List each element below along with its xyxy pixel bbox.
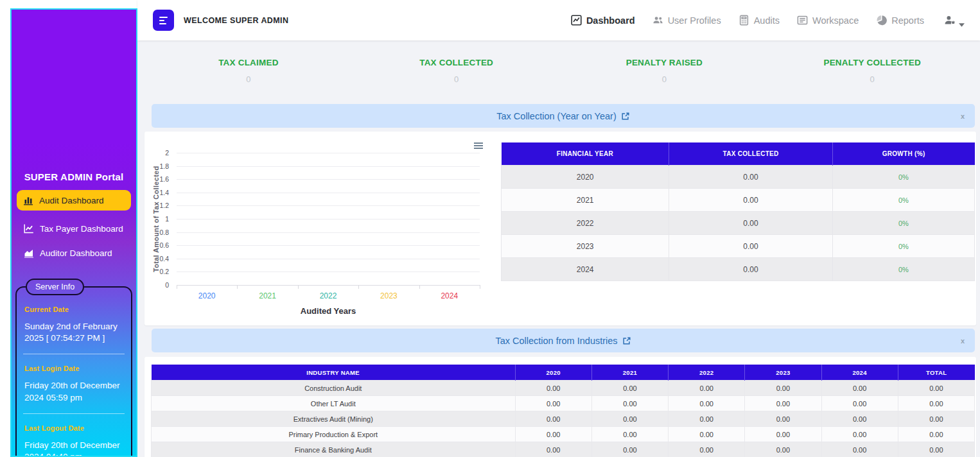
table-row: 2024 0.00 0%	[502, 258, 975, 281]
panel-title: Tax Collection (Year on Year)	[496, 111, 616, 121]
industry-name-cell: Primary Production & Export	[152, 427, 516, 442]
table-row: Finance & Banking Audit0.000.000.000.000…	[152, 442, 975, 457]
top-navigation: Dashboard User Profiles Audits Workspace…	[571, 15, 965, 26]
users-icon	[652, 15, 663, 26]
value-cell: 0.00	[515, 442, 591, 457]
sidebar-toggle-button[interactable]	[153, 10, 174, 31]
value-cell: 0.00	[898, 396, 974, 411]
x-axis-label: 2023	[366, 291, 411, 300]
sidebar-item-tax-payer-dashboard[interactable]: Tax Payer Dashboard	[18, 220, 130, 237]
value-cell: 0.00	[591, 396, 668, 411]
gridline	[177, 272, 480, 272]
value-cell: 0.00	[898, 381, 974, 396]
gridline	[177, 259, 480, 259]
value-cell: 0.00	[669, 381, 745, 396]
line-chart-icon	[24, 223, 34, 234]
value-cell: 0.00	[515, 427, 591, 442]
value-cell: 0.00	[515, 396, 591, 411]
nav-item-reports[interactable]: Reports	[876, 15, 924, 26]
user-menu[interactable]	[944, 15, 965, 26]
table-row: 2023 0.00 0%	[502, 235, 975, 258]
close-panel-button[interactable]: x	[961, 112, 965, 120]
table-row: Construction Audit0.000.000.000.000.000.…	[152, 381, 975, 396]
x-axis-label: 2020	[184, 291, 229, 300]
sidebar-item-audit-dashboard[interactable]: Audit Dashboard	[17, 190, 131, 211]
value-cell: 0.00	[821, 442, 898, 457]
value-cell: 0.00	[821, 427, 898, 442]
stat-tax-claimed: TAX CLAIMED 0	[144, 58, 353, 84]
sidebar-title: SUPER ADMIN Portal	[12, 171, 136, 182]
industry-name-cell: Other LT Audit	[152, 396, 516, 411]
value-cell: 0.00	[898, 442, 974, 457]
tax-collected-cell: 0.00	[669, 166, 832, 189]
growth-cell: 0%	[832, 235, 974, 258]
gridline	[177, 205, 480, 206]
nav-item-audits[interactable]: Audits	[739, 15, 780, 26]
chart-menu-icon[interactable]	[472, 141, 485, 151]
gridline	[177, 179, 480, 180]
column-header: 2023	[745, 365, 821, 381]
value-cell: 0.00	[591, 442, 668, 457]
industry-name-cell: Construction Audit	[152, 381, 516, 396]
value-cell: 0.00	[515, 411, 591, 427]
value-cell: 0.00	[669, 396, 745, 411]
x-axis-tickmark	[237, 285, 238, 289]
workspace-icon	[797, 15, 808, 26]
align-left-icon	[159, 17, 168, 24]
area-chart-icon	[24, 248, 34, 258]
external-link-icon[interactable]	[622, 336, 631, 345]
sidebar-item-auditor-dashboard[interactable]: Auditor Dashboard	[18, 244, 130, 262]
value-cell: 0.00	[669, 411, 745, 427]
gridline	[177, 193, 480, 193]
user-gear-icon	[944, 15, 956, 26]
y-axis-tick: 2	[144, 149, 169, 157]
server-entry-last-logout-date: Last Logout Date Friday 20th of December…	[23, 414, 125, 457]
close-panel-button[interactable]: x	[961, 337, 965, 345]
y-axis-tick: 1.8	[144, 162, 169, 170]
tax-collected-cell: 0.00	[669, 212, 832, 235]
nav-item-workspace[interactable]: Workspace	[797, 15, 859, 26]
external-link-icon[interactable]	[621, 112, 630, 121]
tax-collected-cell: 0.00	[669, 235, 832, 258]
server-entry-current-date: Current Date Sunday 2nd of February 2025…	[23, 295, 125, 354]
column-header: 2021	[591, 365, 668, 381]
column-header: GROWTH (%)	[832, 142, 974, 166]
column-header: 2020	[515, 365, 591, 381]
financial-year-cell: 2021	[502, 189, 669, 212]
y-axis-tick: 0.4	[144, 255, 169, 263]
year-on-year-table: FINANCIAL YEARTAX COLLECTEDGROWTH (%) 20…	[501, 142, 975, 281]
sidebar: SUPER ADMIN Portal Audit Dashboard Tax P…	[10, 8, 137, 457]
panel-title: Tax Collection from Industries	[495, 336, 617, 346]
tax-collected-cell: 0.00	[669, 189, 832, 212]
x-axis-tickmark	[419, 285, 420, 289]
panel-header-industries: Tax Collection from Industries x	[152, 329, 975, 352]
content: TAX CLAIMED 0 TAX COLLECTED 0 PENALTY RA…	[137, 40, 980, 457]
gridline	[177, 219, 480, 220]
stats-row: TAX CLAIMED 0 TAX COLLECTED 0 PENALTY RA…	[144, 58, 976, 84]
gridline	[177, 285, 480, 286]
value-cell: 0.00	[591, 381, 668, 396]
topbar: WELCOME SUPER ADMIN Dashboard User Profi…	[137, 0, 980, 40]
y-axis-tick: 1.6	[144, 175, 169, 183]
column-header: TOTAL	[898, 365, 974, 381]
table-row: Extractives Audit (Mining)0.000.000.000.…	[152, 411, 975, 427]
dashboard-icon	[571, 15, 582, 26]
column-header: INDUSTRY NAME	[152, 365, 516, 381]
calculator-icon	[739, 15, 749, 26]
value-cell: 0.00	[591, 411, 668, 427]
value-cell: 0.00	[898, 411, 974, 427]
x-axis-tickmark	[177, 285, 177, 289]
nav-item-dashboard[interactable]: Dashboard	[571, 15, 635, 26]
x-axis-tickmark	[358, 285, 359, 289]
table-row: Other LT Audit0.000.000.000.000.000.00	[152, 396, 975, 411]
value-cell: 0.00	[745, 396, 821, 411]
server-info-panel: Server Info Current Date Sunday 2nd of F…	[15, 279, 132, 457]
main-area: WELCOME SUPER ADMIN Dashboard User Profi…	[137, 0, 980, 457]
caret-down-icon	[959, 19, 965, 22]
value-cell: 0.00	[515, 381, 591, 396]
gridline	[177, 153, 480, 153]
nav-item-user-profiles[interactable]: User Profiles	[652, 15, 721, 26]
server-info-legend: Server Info	[26, 279, 84, 295]
industry-name-cell: Finance & Banking Audit	[152, 442, 516, 457]
column-header: FINANCIAL YEAR	[502, 142, 669, 166]
